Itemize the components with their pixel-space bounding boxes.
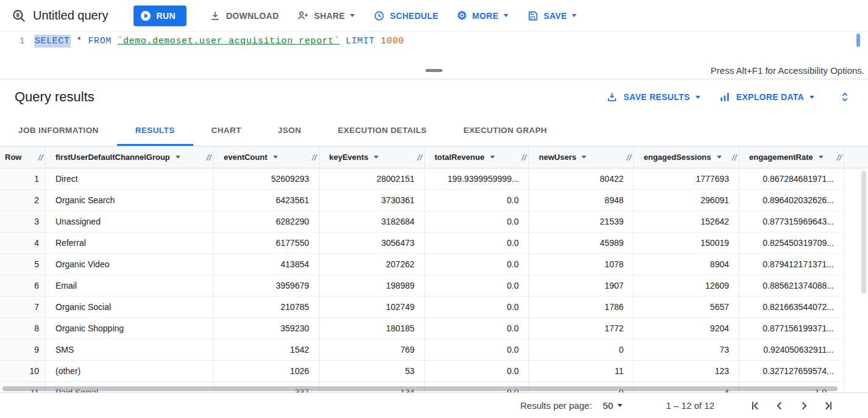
cell-engagedSessions: 1777693 xyxy=(634,168,739,189)
cell-engagedSessions: 123 xyxy=(634,361,739,381)
column-resize-handle[interactable] xyxy=(38,154,44,160)
chevron-left-icon xyxy=(773,399,786,413)
line-number: 1 xyxy=(20,36,25,46)
column-sort-dropdown-icon[interactable] xyxy=(717,156,722,159)
vertical-scrollbar-thumb[interactable] xyxy=(861,171,866,294)
page-size-select[interactable]: 50 xyxy=(603,400,622,411)
column-sort-dropdown-icon[interactable] xyxy=(273,156,278,159)
horizontal-scrollbar-thumb[interactable] xyxy=(2,386,838,391)
save-results-icon xyxy=(606,91,618,103)
tab-job-information[interactable]: JOB INFORMATION xyxy=(0,115,117,146)
share-button[interactable]: SHARE xyxy=(288,5,364,27)
expand-results-button[interactable] xyxy=(836,88,853,106)
column-resize-handle[interactable] xyxy=(206,154,212,160)
tab-execution-details[interactable]: EXECUTION DETAILS xyxy=(319,115,445,146)
cell-totalRevenue: 0.0 xyxy=(425,297,529,317)
cell-eventCount: 6177550 xyxy=(214,232,319,253)
cell-engagedSessions: 5657 xyxy=(634,297,739,317)
tab-json[interactable]: JSON xyxy=(260,115,319,146)
row-number-cell: 8 xyxy=(0,318,46,339)
query-results-title: Query results xyxy=(15,89,94,105)
cell-engagementRate: 0.885621374088... xyxy=(739,275,844,296)
column-sort-dropdown-icon[interactable] xyxy=(582,156,586,159)
query-results-header: Query results SAVE RESULTS EXPLORE DATA xyxy=(0,79,868,115)
last-page-icon xyxy=(822,399,835,413)
share-label: SHARE xyxy=(314,11,345,21)
cell-engagementRate: 0.879412171371... xyxy=(739,254,844,275)
cell-totalRevenue: 199.9399959999... xyxy=(425,168,529,189)
column-header-engagedSessions: engagedSessions xyxy=(634,146,739,168)
sql-limit-value: 1000 xyxy=(381,36,404,46)
cell-totalRevenue: 0.0 xyxy=(425,190,529,211)
sql-keyword-from: FROM xyxy=(88,36,111,46)
table-horizontal-scrollbar[interactable] xyxy=(2,386,855,391)
row-number-cell: 5 xyxy=(0,254,46,275)
explore-data-label: EXPLORE DATA xyxy=(736,92,804,102)
column-resize-handle[interactable] xyxy=(731,154,738,160)
table-row: 9SMS15427690.00730.924050632911... xyxy=(0,339,844,361)
cell-engagedSessions: 150019 xyxy=(634,232,739,253)
last-page-button[interactable] xyxy=(820,398,836,414)
panel-divider: Press Alt+F1 for Accessibility Options. xyxy=(0,63,868,79)
schedule-button[interactable]: SCHEDULE xyxy=(364,5,447,27)
save-button[interactable]: SAVE xyxy=(518,5,586,27)
person-add-icon xyxy=(297,10,309,22)
first-page-icon xyxy=(749,399,762,413)
accessibility-hint: Press Alt+F1 for Accessibility Options. xyxy=(711,65,864,76)
save-results-button[interactable]: SAVE RESULTS xyxy=(606,91,700,103)
cell-totalRevenue: 0.0 xyxy=(425,275,529,296)
panel-resize-handle[interactable] xyxy=(425,69,443,72)
cell-engagementRate: 0.896402032626... xyxy=(739,190,844,211)
column-resize-handle[interactable] xyxy=(521,154,527,160)
sql-code-line[interactable]: SELECT * FROM `demo.demoset.user_acquisi… xyxy=(34,32,404,63)
table-header-row: RowfirstUserDefaultChannelGroupeventCoun… xyxy=(0,146,868,168)
tab-results[interactable]: RESULTS xyxy=(117,115,193,146)
column-resize-handle[interactable] xyxy=(626,154,632,160)
cell-totalRevenue: 0.0 xyxy=(425,361,529,381)
chevron-down-icon xyxy=(695,96,700,99)
table-vertical-scrollbar[interactable] xyxy=(861,171,866,383)
column-label: newUsers xyxy=(539,153,576,162)
results-per-page-label: Results per page: xyxy=(521,400,592,411)
row-number-cell: 1 xyxy=(0,168,46,189)
page-size-value: 50 xyxy=(603,400,613,411)
cell-keyEvents: 53 xyxy=(319,361,425,381)
sql-table-reference-link[interactable]: `demo.demoset.user_acquisition_report` xyxy=(117,36,340,46)
tab-chart[interactable]: CHART xyxy=(193,115,260,146)
cell-firstUserDefaultChannelGroup: Organic Social xyxy=(46,297,214,317)
cell-newUsers: 11 xyxy=(529,361,634,381)
column-resize-handle[interactable] xyxy=(417,154,423,160)
next-page-button[interactable] xyxy=(796,398,812,414)
cell-firstUserDefaultChannelGroup: Organic Shopping xyxy=(46,318,214,339)
gear-icon: ⚙ xyxy=(457,10,467,21)
column-header-keyEvents: keyEvents xyxy=(319,146,425,168)
table-row: 8Organic Shopping3592301801850.017729204… xyxy=(0,318,844,339)
column-sort-dropdown-icon[interactable] xyxy=(176,156,180,159)
cell-eventCount: 1542 xyxy=(214,339,319,360)
first-page-button[interactable] xyxy=(747,398,763,414)
sql-editor[interactable]: 1 SELECT * FROM `demo.demoset.user_acqui… xyxy=(0,32,868,63)
column-sort-dropdown-icon[interactable] xyxy=(490,156,495,159)
cell-newUsers: 80422 xyxy=(529,168,634,189)
tab-execution-graph[interactable]: EXECUTION GRAPH xyxy=(445,115,565,146)
column-resize-handle[interactable] xyxy=(311,154,318,160)
editor-scrollbar-marker[interactable] xyxy=(856,34,860,47)
column-resize-handle[interactable] xyxy=(836,154,842,160)
explore-data-button[interactable]: EXPLORE DATA xyxy=(719,91,814,103)
column-sort-dropdown-icon[interactable] xyxy=(819,156,824,159)
cell-firstUserDefaultChannelGroup: Referral xyxy=(46,232,214,253)
cell-engagedSessions: 152642 xyxy=(634,211,739,232)
more-button[interactable]: ⚙ MORE xyxy=(447,5,518,27)
schedule-label: SCHEDULE xyxy=(390,11,438,21)
download-button[interactable]: DOWNLOAD xyxy=(200,5,288,27)
cell-engagementRate: 0.877315969643... xyxy=(739,211,844,232)
cell-engagementRate: 0.327127659574... xyxy=(739,361,844,381)
prev-page-button[interactable] xyxy=(772,398,788,414)
play-icon xyxy=(141,11,151,21)
cell-firstUserDefaultChannelGroup: (other) xyxy=(46,361,214,381)
header-filler xyxy=(844,146,868,168)
column-sort-dropdown-icon[interactable] xyxy=(374,156,379,159)
table-row: 1Direct5260929328002151199.9399959999...… xyxy=(0,168,844,190)
cell-eventCount: 3959679 xyxy=(214,275,319,296)
run-button[interactable]: RUN xyxy=(133,5,187,26)
